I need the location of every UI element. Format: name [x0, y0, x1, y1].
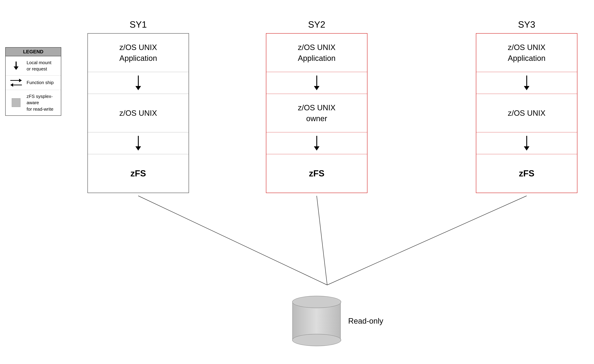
legend-zfs-label: zFS sysplex-awarefor read-write	[27, 93, 57, 112]
sy3-app-section: z/OS UNIXApplication	[476, 33, 577, 72]
sy3-zfs-section: zFS	[476, 154, 577, 193]
sy1-label: SY1	[88, 19, 189, 30]
cylinder-top	[292, 296, 341, 308]
sy3-arrow1	[476, 72, 577, 94]
sy2-zfs-section: zFS	[266, 154, 367, 193]
legend-row-local-mount: Local mountor request	[6, 56, 61, 76]
legend-row-function-ship: Function ship	[6, 76, 61, 90]
sy3-box: z/OS UNIXApplication z/OS UNIX zFS	[476, 33, 577, 193]
readonly-label: Read-only	[348, 317, 383, 325]
diagram-area: SY1 z/OS UNIXApplication z/OS UNIX	[74, 5, 588, 364]
gray-square-icon	[9, 98, 23, 107]
sy1-unix-section: z/OS UNIX	[88, 94, 189, 132]
legend-box: LEGEND Local mountor request Func	[5, 47, 61, 116]
legend-row-zfs: zFS sysplex-awarefor read-write	[6, 90, 61, 115]
legend-title: LEGEND	[6, 47, 61, 56]
svg-line-1	[317, 196, 327, 285]
sy3-unix-section: z/OS UNIX	[476, 94, 577, 132]
legend-local-mount-label: Local mountor request	[27, 60, 51, 72]
system-sy2: SY2 z/OS UNIXApplication z/OS UNIXowner	[266, 19, 367, 193]
sy1-app-text: z/OS UNIXApplication	[119, 42, 157, 63]
sy2-arrow1	[266, 72, 367, 94]
sy2-box: z/OS UNIXApplication z/OS UNIXowner zFS	[266, 33, 367, 193]
sy1-app-section: z/OS UNIXApplication	[88, 33, 189, 72]
sy3-unix-text: z/OS UNIX	[508, 108, 545, 118]
arrow-down-icon	[9, 61, 23, 70]
sy2-arrow2	[266, 132, 367, 154]
sy3-label: SY3	[476, 19, 577, 30]
sy3-app-text: z/OS UNIXApplication	[508, 42, 545, 63]
sy1-arrow2	[88, 132, 189, 154]
sy3-zfs-text: zFS	[519, 168, 534, 179]
sy2-app-section: z/OS UNIXApplication	[266, 33, 367, 72]
sy1-arrow1	[88, 72, 189, 94]
double-arrow-icon	[9, 79, 23, 87]
legend-function-ship-label: Function ship	[27, 80, 54, 85]
sy1-zfs-text: zFS	[130, 168, 146, 179]
sy2-unix-text: z/OS UNIXowner	[298, 102, 335, 124]
sy2-app-text: z/OS UNIXApplication	[298, 42, 335, 63]
system-sy3: SY3 z/OS UNIXApplication z/OS UNIX	[476, 19, 577, 193]
cylinder	[292, 296, 341, 346]
cylinder-group: Read-only	[292, 296, 383, 346]
sy2-unix-section: z/OS UNIXowner	[266, 94, 367, 132]
sy1-unix-text: z/OS UNIX	[119, 108, 157, 118]
sy2-label: SY2	[266, 19, 367, 30]
sy1-box: z/OS UNIXApplication z/OS UNIX	[88, 33, 189, 193]
sy1-zfs-section: zFS	[88, 154, 189, 193]
cylinder-bottom	[292, 334, 341, 346]
svg-line-2	[327, 196, 527, 285]
svg-line-0	[138, 196, 327, 285]
sy2-zfs-text: zFS	[309, 168, 324, 179]
system-sy1: SY1 z/OS UNIXApplication z/OS UNIX	[88, 19, 189, 193]
sy3-arrow2	[476, 132, 577, 154]
